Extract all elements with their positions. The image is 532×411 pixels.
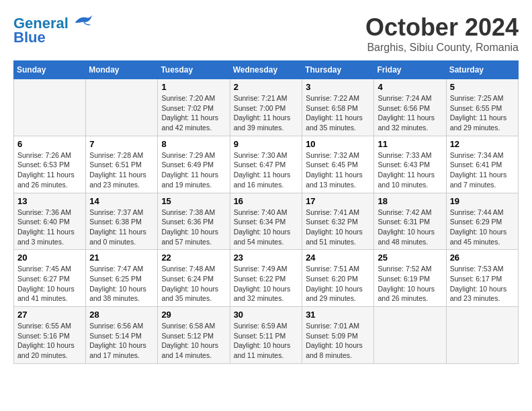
cell-content: Daylight: 10 hours and 57 minutes. (161, 227, 226, 246)
calendar-cell: 7Sunrise: 7:28 AMSunset: 6:51 PMDaylight… (86, 136, 158, 193)
cell-content: Daylight: 10 hours and 11 minutes. (234, 340, 299, 360)
calendar-cell: 18Sunrise: 7:42 AMSunset: 6:31 PMDayligh… (374, 193, 446, 250)
calendar-cell: 25Sunrise: 7:52 AMSunset: 6:19 PMDayligh… (374, 250, 446, 307)
cell-content: Sunset: 6:51 PM (89, 160, 154, 170)
cell-content: Sunset: 6:36 PM (161, 217, 226, 227)
calendar-cell: 2Sunrise: 7:21 AMSunset: 7:00 PMDaylight… (230, 79, 302, 136)
cell-content: Sunset: 6:45 PM (306, 160, 370, 170)
day-number: 31 (306, 310, 370, 320)
cell-content: Daylight: 10 hours and 8 minutes. (306, 340, 370, 360)
cell-content: Sunset: 6:34 PM (234, 217, 299, 227)
calendar-cell: 6Sunrise: 7:26 AMSunset: 6:53 PMDaylight… (14, 136, 86, 193)
calendar-cell: 23Sunrise: 7:49 AMSunset: 6:22 PMDayligh… (230, 250, 302, 307)
cell-content: Sunrise: 7:25 AM (450, 93, 515, 103)
cell-content: Sunset: 6:55 PM (450, 103, 515, 113)
cell-content: Sunset: 6:43 PM (378, 160, 442, 170)
cell-content: Daylight: 10 hours and 41 minutes. (17, 284, 82, 304)
week-row-1: 1Sunrise: 7:20 AMSunset: 7:02 PMDaylight… (14, 79, 519, 136)
cell-content: Sunrise: 6:56 AM (89, 321, 154, 331)
calendar-cell: 9Sunrise: 7:30 AMSunset: 6:47 PMDaylight… (230, 136, 302, 193)
cell-content: Sunrise: 7:24 AM (378, 93, 442, 103)
calendar-table: SundayMondayTuesdayWednesdayThursdayFrid… (13, 60, 519, 364)
day-number: 27 (17, 310, 82, 320)
cell-content: Sunset: 6:49 PM (161, 160, 226, 170)
cell-content: Daylight: 11 hours and 0 minutes. (89, 227, 154, 246)
day-number: 2 (234, 82, 299, 92)
cell-content: Sunrise: 7:41 AM (306, 208, 370, 218)
cell-content: Sunrise: 6:59 AM (234, 321, 299, 331)
cell-content: Sunrise: 7:37 AM (89, 208, 154, 218)
calendar-cell: 20Sunrise: 7:45 AMSunset: 6:27 PMDayligh… (14, 250, 86, 307)
calendar-cell: 15Sunrise: 7:38 AMSunset: 6:36 PMDayligh… (158, 193, 230, 250)
cell-content: Sunset: 6:53 PM (17, 160, 82, 170)
cell-content: Daylight: 10 hours and 23 minutes. (450, 284, 515, 304)
cell-content: Sunrise: 7:22 AM (306, 93, 370, 103)
cell-content: Sunset: 6:29 PM (450, 217, 515, 227)
header-row: SundayMondayTuesdayWednesdayThursdayFrid… (14, 61, 519, 79)
day-header-friday: Friday (374, 61, 446, 79)
cell-content: Daylight: 11 hours and 29 minutes. (450, 113, 515, 132)
cell-content: Sunset: 7:00 PM (234, 103, 299, 113)
day-number: 9 (234, 139, 299, 149)
day-number: 12 (450, 139, 515, 149)
cell-content: Sunrise: 6:55 AM (17, 321, 82, 331)
calendar-cell: 16Sunrise: 7:40 AMSunset: 6:34 PMDayligh… (230, 193, 302, 250)
day-number: 30 (234, 310, 299, 320)
cell-content: Sunset: 5:14 PM (89, 331, 154, 341)
day-number: 11 (378, 139, 442, 149)
day-number: 10 (306, 139, 370, 149)
day-number: 21 (89, 253, 154, 263)
calendar-cell (86, 79, 158, 136)
cell-content: Sunset: 6:22 PM (234, 274, 299, 284)
cell-content: Sunset: 6:17 PM (450, 274, 515, 284)
cell-content: Sunset: 6:27 PM (17, 274, 82, 284)
day-header-sunday: Sunday (14, 61, 86, 79)
cell-content: Sunrise: 7:53 AM (450, 264, 515, 274)
cell-content: Daylight: 10 hours and 32 minutes. (234, 284, 299, 304)
day-number: 22 (161, 253, 226, 263)
cell-content: Sunrise: 7:40 AM (234, 208, 299, 218)
day-header-saturday: Saturday (446, 61, 518, 79)
cell-content: Daylight: 10 hours and 20 minutes. (17, 340, 82, 360)
cell-content: Daylight: 11 hours and 26 minutes. (17, 170, 82, 189)
cell-content: Daylight: 11 hours and 19 minutes. (161, 170, 226, 189)
calendar-cell: 17Sunrise: 7:41 AMSunset: 6:32 PMDayligh… (302, 193, 374, 250)
calendar-cell: 4Sunrise: 7:24 AMSunset: 6:56 PMDaylight… (374, 79, 446, 136)
week-row-5: 27Sunrise: 6:55 AMSunset: 5:16 PMDayligh… (14, 307, 519, 364)
day-header-thursday: Thursday (302, 61, 374, 79)
cell-content: Sunrise: 7:28 AM (89, 150, 154, 161)
cell-content: Sunrise: 7:45 AM (17, 264, 82, 274)
cell-content: Daylight: 11 hours and 35 minutes. (306, 113, 370, 132)
cell-content: Sunset: 5:11 PM (234, 331, 299, 341)
day-number: 24 (306, 253, 370, 263)
day-number: 17 (306, 196, 370, 206)
cell-content: Daylight: 11 hours and 10 minutes. (378, 170, 442, 189)
cell-content: Daylight: 10 hours and 17 minutes. (89, 340, 154, 360)
cell-content: Sunset: 6:41 PM (450, 160, 515, 170)
day-number: 20 (17, 253, 82, 263)
week-row-4: 20Sunrise: 7:45 AMSunset: 6:27 PMDayligh… (14, 250, 519, 307)
calendar-cell: 5Sunrise: 7:25 AMSunset: 6:55 PMDaylight… (446, 79, 518, 136)
cell-content: Sunset: 5:12 PM (161, 331, 226, 341)
calendar-cell: 11Sunrise: 7:33 AMSunset: 6:43 PMDayligh… (374, 136, 446, 193)
month-title: October 2024 (365, 13, 519, 42)
cell-content: Daylight: 11 hours and 7 minutes. (450, 170, 515, 189)
logo-bird-icon (74, 13, 93, 28)
calendar-cell (446, 307, 518, 364)
cell-content: Daylight: 11 hours and 16 minutes. (234, 170, 299, 189)
calendar-cell (374, 307, 446, 364)
cell-content: Daylight: 10 hours and 54 minutes. (234, 227, 299, 246)
day-number: 7 (89, 139, 154, 149)
cell-content: Sunrise: 7:52 AM (378, 264, 442, 274)
day-number: 26 (450, 253, 515, 263)
calendar-cell: 12Sunrise: 7:34 AMSunset: 6:41 PMDayligh… (446, 136, 518, 193)
cell-content: Daylight: 10 hours and 38 minutes. (89, 284, 154, 304)
cell-content: Sunrise: 7:48 AM (161, 264, 226, 274)
page-header: General Blue October 2024 Barghis, Sibiu… (13, 13, 519, 54)
cell-content: Daylight: 11 hours and 23 minutes. (89, 170, 154, 189)
cell-content: Sunset: 6:38 PM (89, 217, 154, 227)
cell-content: Sunset: 6:32 PM (306, 217, 370, 227)
calendar-body: 1Sunrise: 7:20 AMSunset: 7:02 PMDaylight… (14, 79, 519, 364)
cell-content: Sunset: 6:24 PM (161, 274, 226, 284)
cell-content: Sunrise: 7:20 AM (161, 93, 226, 103)
